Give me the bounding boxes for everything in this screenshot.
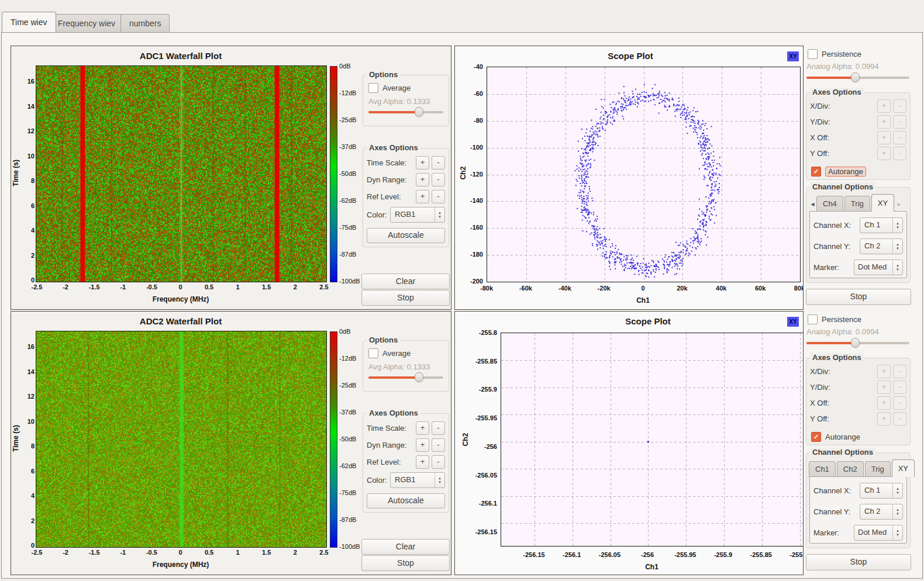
persistence-checkbox[interactable]	[808, 49, 818, 59]
time-scale-minus-button[interactable]: -	[432, 156, 445, 170]
autorange-checkbox[interactable]: ✓	[811, 167, 821, 177]
spin-arrows[interactable]: ▲▼	[435, 473, 444, 487]
channel-tab-ch2[interactable]: Ch2	[837, 461, 864, 477]
tick-label: 0	[166, 283, 194, 290]
spin-arrows[interactable]: ▲▼	[435, 208, 444, 222]
stop-button[interactable]: Stop	[361, 555, 450, 571]
y-off-minus-button[interactable]: -	[893, 412, 906, 426]
channel-tab-ch1[interactable]: Ch1	[809, 461, 836, 477]
tab-scroll-right-icon[interactable]: ▶	[895, 198, 903, 212]
ref-level-minus-button[interactable]: -	[432, 455, 445, 469]
channel-tab-trig[interactable]: Trig	[865, 461, 891, 477]
avg-alpha-slider[interactable]	[368, 107, 443, 117]
ref-level-plus-button[interactable]: +	[416, 190, 429, 203]
x-off-plus-button[interactable]: +	[877, 396, 891, 410]
dyn-range-minus-button[interactable]: -	[432, 438, 445, 452]
scope-canvas	[487, 67, 801, 282]
color-spinbox[interactable]: RGB1 ▲▼	[390, 472, 445, 488]
channel-x-spinbox[interactable]: Ch 1 ▲▼	[860, 483, 903, 499]
time-scale-plus-button[interactable]: +	[416, 421, 429, 435]
tick-label: -75dB	[339, 223, 356, 232]
x-axis-ticks: -256.15-256.1-256.05-256-255.95-255.9-25…	[516, 551, 804, 558]
stop-button[interactable]: Stop	[806, 554, 911, 570]
marker-spinbox[interactable]: Dot Med ▲▼	[854, 260, 903, 275]
tick-label: 60k	[743, 285, 778, 292]
slider-handle[interactable]	[851, 338, 860, 348]
autorange-label[interactable]: Autorange	[825, 433, 860, 441]
y-div-minus-button[interactable]: -	[893, 381, 906, 394]
stop-button[interactable]: Stop	[361, 290, 450, 306]
tab-time-view[interactable]: Time wiev	[2, 12, 56, 32]
time-scale-plus-button[interactable]: +	[416, 156, 429, 170]
tick-label: -80	[474, 116, 483, 125]
tab-scroll-left-icon[interactable]: ◀	[809, 198, 816, 212]
average-checkbox[interactable]	[368, 83, 378, 93]
autorange-checkbox[interactable]: ✓	[811, 432, 821, 442]
tab-numbers[interactable]: numbers	[120, 14, 170, 32]
ref-level-plus-button[interactable]: +	[416, 455, 429, 469]
tick-label: 2.5	[310, 549, 338, 556]
y-div-minus-button[interactable]: -	[893, 115, 906, 129]
tab-frequency-view[interactable]: Frequency wiev	[49, 14, 124, 32]
clear-button[interactable]: Clear	[361, 539, 450, 555]
channel-y-spinbox[interactable]: Ch 2 ▲▼	[860, 504, 903, 520]
stop-button[interactable]: Stop	[806, 289, 911, 305]
tick-label: -255.8	[781, 551, 804, 558]
tick-label: 4	[31, 491, 35, 500]
y-off-plus-button[interactable]: +	[877, 412, 891, 426]
color-label: Color:	[367, 210, 387, 219]
average-checkbox[interactable]	[368, 348, 378, 358]
color-spinbox[interactable]: RGB1 ▲▼	[390, 207, 445, 223]
tick-label: -25dB	[339, 381, 356, 390]
tick-label: 8	[31, 441, 35, 451]
tick-label: 6	[31, 201, 35, 210]
channel-tab-xy[interactable]: XY	[871, 194, 894, 212]
spin-arrows[interactable]: ▲▼	[892, 504, 902, 519]
analog-alpha-slider[interactable]	[806, 338, 909, 348]
y-off-plus-button[interactable]: +	[877, 147, 891, 160]
spin-arrows[interactable]: ▲▼	[892, 239, 902, 254]
autorange-label[interactable]: Autorange	[825, 167, 866, 177]
channel-tab-xy[interactable]: XY	[892, 459, 915, 477]
x-off-label: X Off:	[810, 133, 829, 142]
channel-y-spinbox[interactable]: Ch 2 ▲▼	[860, 238, 903, 254]
x-div-minus-button[interactable]: -	[893, 99, 906, 113]
persistence-checkbox[interactable]	[808, 314, 818, 324]
marker-spinbox[interactable]: Dot Med ▲▼	[854, 525, 903, 541]
adc2-waterfall-canvas	[36, 331, 327, 548]
x-axis-label: Frequency (MHz)	[36, 561, 326, 569]
x-axis-ticks: -2.5-2-1.5-1-0.500.511.522.5	[23, 549, 338, 556]
ref-level-minus-button[interactable]: -	[432, 190, 445, 203]
channel-x-spinbox[interactable]: Ch 1 ▲▼	[860, 217, 903, 233]
spin-arrows[interactable]: ▲▼	[892, 218, 902, 233]
tick-label: 14	[27, 102, 35, 111]
channel-tab-trig[interactable]: Trig	[844, 196, 870, 212]
avg-alpha-slider[interactable]	[368, 372, 443, 383]
y-div-plus-button[interactable]: +	[877, 115, 891, 129]
y-div-plus-button[interactable]: +	[877, 381, 891, 394]
y-off-minus-button[interactable]: -	[893, 147, 906, 160]
autoscale-button[interactable]: Autoscale	[367, 228, 445, 243]
x-div-plus-button[interactable]: +	[877, 99, 891, 113]
dyn-range-minus-button[interactable]: -	[432, 173, 445, 186]
channel-tab-ch4[interactable]: Ch4	[816, 196, 843, 212]
autoscale-button[interactable]: Autoscale	[367, 493, 445, 509]
tick-label: 2	[31, 516, 35, 525]
x-div-plus-button[interactable]: +	[877, 365, 891, 378]
slider-handle[interactable]	[851, 72, 860, 82]
spin-arrows[interactable]: ▲▼	[892, 260, 902, 275]
spin-arrows[interactable]: ▲▼	[892, 525, 902, 540]
spin-arrows[interactable]: ▲▼	[892, 483, 902, 498]
x-off-minus-button[interactable]: -	[893, 396, 906, 410]
dyn-range-plus-button[interactable]: +	[416, 173, 429, 186]
x-off-minus-button[interactable]: -	[893, 131, 906, 144]
dyn-range-plus-button[interactable]: +	[416, 438, 429, 452]
plot-title: ADC2 Waterfall Plot	[35, 316, 327, 326]
x-div-minus-button[interactable]: -	[893, 365, 906, 378]
slider-handle[interactable]	[415, 107, 423, 117]
analog-alpha-slider[interactable]	[806, 72, 909, 83]
slider-handle[interactable]	[415, 372, 423, 382]
x-off-plus-button[interactable]: +	[877, 131, 891, 144]
clear-button[interactable]: Clear	[361, 274, 450, 289]
time-scale-minus-button[interactable]: -	[432, 421, 445, 435]
